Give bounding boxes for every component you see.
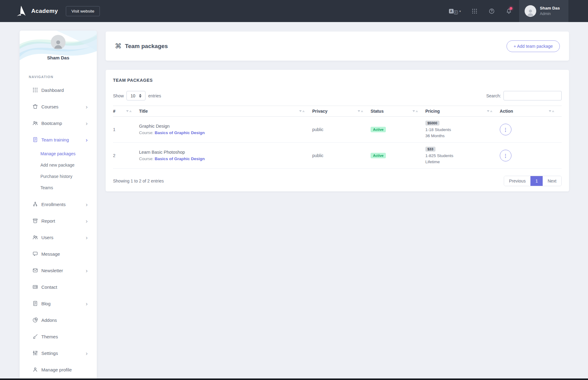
sidebar-avatar — [51, 35, 66, 50]
students-range: 1-825 Students — [425, 153, 497, 159]
users-icon — [32, 234, 38, 240]
apps-grid-icon[interactable] — [471, 8, 478, 14]
user-name: Sham Das — [540, 6, 560, 11]
package-title: Graphic Design — [139, 123, 309, 130]
sidebar-user-name: Sham Das — [20, 55, 97, 60]
table-controls: Show 10 entries Search: — [113, 91, 562, 100]
cell-title: Graphic Design Course: Basics of Graphic… — [139, 117, 312, 143]
chat-icon — [32, 251, 38, 257]
column-header-pricing[interactable]: Pricing — [425, 106, 500, 117]
chevron-right-icon: › — [86, 120, 88, 126]
navbar-spacer — [568, 0, 588, 22]
sidebar-item-bootcamp[interactable]: Bootcamp› — [20, 115, 97, 131]
mail-icon — [32, 267, 38, 273]
sidebar-item-addons[interactable]: Addons — [20, 312, 97, 328]
cell-status: Active — [371, 143, 425, 169]
course-link[interactable]: Basics of Graphic Design — [155, 130, 205, 135]
sidebar-item-team-training[interactable]: Team training› — [20, 131, 97, 148]
topbar-actions: A 文 ▾ — [449, 8, 512, 14]
card-heading: TEAM PACKAGES — [113, 78, 562, 83]
cell-action: ⋮ — [500, 143, 562, 169]
sidebar: Sham Das NAVIGATION DashboardCourses›Boo… — [20, 31, 97, 378]
sort-icon — [413, 110, 418, 112]
academy-logo — [15, 5, 27, 17]
cell-privacy: public — [312, 143, 370, 169]
cell-pricing: $33 1-825 Students Lifetime — [425, 143, 500, 169]
duration: Lifetime — [425, 159, 497, 165]
package-title: Learn Basic Photoshop — [139, 149, 309, 156]
visit-website-button[interactable]: Visit website — [66, 6, 100, 16]
sidebar-subitem-teams[interactable]: Teams — [20, 182, 97, 193]
column-header-privacy[interactable]: Privacy — [312, 106, 370, 117]
course-link[interactable]: Basics of Graphic Design — [155, 156, 205, 161]
sidebar-item-users[interactable]: Users› — [20, 229, 97, 246]
sidebar-item-settings[interactable]: Settings› — [20, 345, 97, 361]
sort-icon — [299, 110, 305, 112]
add-team-package-button[interactable]: + Add team package — [507, 40, 560, 52]
course-prefix: Course: — [139, 130, 155, 135]
sort-icon — [126, 110, 132, 112]
pagination-previous[interactable]: Previous — [504, 176, 530, 186]
pagination-next[interactable]: Next — [543, 176, 561, 186]
sidebar-item-courses[interactable]: Courses› — [20, 98, 97, 115]
sort-icon — [549, 110, 554, 112]
duration: 36 Months — [425, 133, 497, 139]
price-badge: $5000 — [425, 121, 439, 126]
sidebar-nav: DashboardCourses›Bootcamp›Team training›… — [20, 82, 97, 378]
status-badge: Active — [371, 127, 386, 132]
search-label: Search: — [486, 93, 501, 98]
sidebar-item-dashboard[interactable]: Dashboard — [20, 82, 97, 98]
row-actions-button[interactable]: ⋮ — [500, 150, 511, 161]
notification-dot — [510, 7, 512, 10]
sidebar-profile: Sham Das — [20, 31, 97, 60]
course-prefix: Course: — [139, 156, 155, 161]
sidebar-item-contact[interactable]: Contact — [20, 279, 97, 295]
sidebar-submenu-team-training: Manage packagesAdd new packagePurchase h… — [20, 148, 97, 193]
sidebar-subitem-manage-packages[interactable]: Manage packages — [20, 148, 97, 159]
chevron-right-icon: › — [86, 201, 88, 207]
sidebar-item-message[interactable]: Message — [20, 246, 97, 262]
cell-number: 2 — [113, 143, 139, 169]
status-badge: Active — [371, 153, 386, 158]
column-header-action[interactable]: Action — [500, 106, 562, 117]
sidebar-item-manage-profile[interactable]: Manage profile — [20, 361, 97, 378]
team-packages-table: #TitlePrivacyStatusPricingAction 1 Graph… — [113, 106, 562, 169]
search-input[interactable] — [503, 91, 562, 100]
sitemap-icon — [32, 201, 38, 207]
sidebar-item-themes[interactable]: Themes — [20, 328, 97, 345]
page-length-select[interactable]: 10 — [126, 91, 145, 100]
user-menu[interactable]: Sham Das Admin — [519, 0, 568, 22]
column-header-title[interactable]: Title — [139, 106, 312, 117]
archive-icon — [32, 218, 38, 224]
chevron-right-icon: › — [86, 301, 88, 307]
sidebar-item-blog[interactable]: Blog› — [20, 295, 97, 312]
sidebar-item-newsletter[interactable]: Newsletter› — [20, 262, 97, 279]
person-icon — [32, 367, 38, 373]
navigation-section-label: NAVIGATION — [29, 75, 97, 79]
column-header-number[interactable]: # — [113, 106, 139, 117]
user-avatar — [525, 5, 536, 17]
sidebar-item-enrollments[interactable]: Enrollments› — [20, 196, 97, 213]
column-header-status[interactable]: Status — [371, 106, 425, 117]
chevron-right-icon: › — [86, 350, 88, 356]
language-icon[interactable]: A 文 ▾ — [449, 8, 461, 14]
help-icon[interactable] — [488, 8, 495, 14]
pie-icon — [32, 317, 38, 323]
chevron-right-icon: › — [86, 218, 88, 224]
cell-pricing: $5000 1-18 Students 36 Months — [425, 117, 500, 143]
stepper-arrows-icon — [139, 94, 141, 98]
pagination-page-1[interactable]: 1 — [530, 176, 543, 186]
users-icon — [32, 120, 38, 126]
sidebar-subitem-add-new-package[interactable]: Add new package — [20, 159, 97, 171]
sidebar-item-report[interactable]: Report› — [20, 213, 97, 229]
sidebar-subitem-purchase-history[interactable]: Purchase history — [20, 171, 97, 182]
notifications-bell-icon[interactable] — [506, 8, 512, 14]
sliders-icon — [32, 350, 38, 356]
page-header-card: ⌘ Team packages + Add team package — [106, 32, 569, 61]
row-actions-button[interactable]: ⋮ — [500, 124, 511, 135]
chevron-right-icon: › — [86, 104, 88, 110]
brush-icon — [32, 333, 38, 340]
sort-icon — [487, 110, 492, 112]
table-header-row: #TitlePrivacyStatusPricingAction — [113, 106, 562, 117]
brand-name: Academy — [31, 8, 58, 14]
